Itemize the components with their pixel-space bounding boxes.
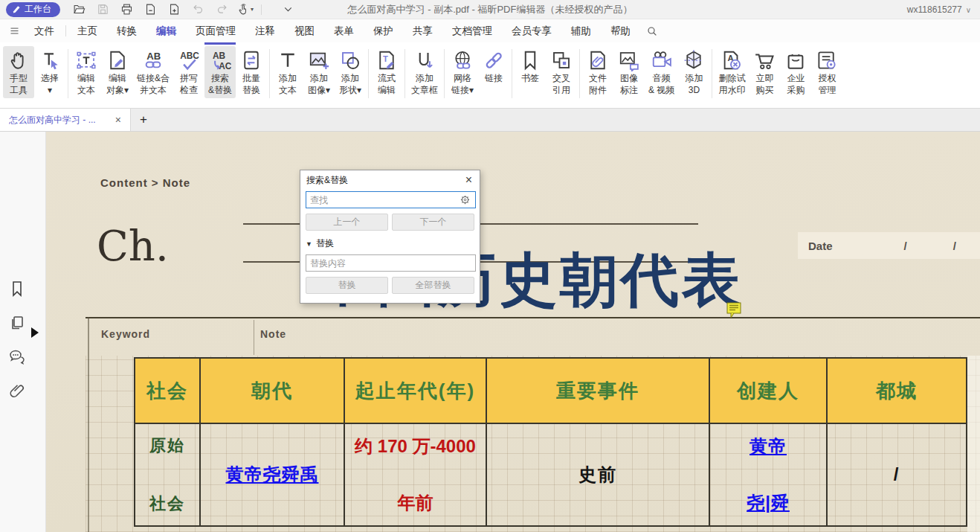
tab-close-icon[interactable]: × <box>112 114 124 126</box>
hamburger-icon[interactable] <box>9 25 20 36</box>
tool-label: 拼写 检查 <box>180 73 198 96</box>
document-tab-label: 怎么面对高中学习 - ... <box>9 114 112 126</box>
menu-item-7[interactable]: 表单 <box>324 19 364 42</box>
tool-label: 立即 购买 <box>755 73 773 96</box>
link-merge-text-button[interactable]: AB链接&合 并文本 <box>133 46 173 98</box>
table-text: / <box>894 464 900 485</box>
edit-object-icon <box>106 49 129 71</box>
enterprise-purchase-button[interactable]: 企业 采购 <box>780 46 811 98</box>
spell-check-button[interactable]: ABC拼写 检查 <box>173 46 204 98</box>
web-link-button[interactable]: 网络 链接▾ <box>447 46 478 98</box>
replace-all-button[interactable]: 全部替换 <box>392 277 474 294</box>
menu-item-9[interactable]: 共享 <box>403 19 442 42</box>
batch-replace-button[interactable]: 批量 替换 <box>236 46 267 98</box>
license-icon <box>816 49 838 71</box>
flow-edit-button[interactable]: T流式 编辑 <box>371 46 402 98</box>
add-text-button[interactable]: 添加 文本 <box>272 46 303 98</box>
add-shape-button[interactable]: 添加 形状▾ <box>335 46 366 98</box>
remove-watermark-button[interactable]: A删除试 用水印 <box>715 46 749 98</box>
menu-item-1[interactable]: 主页 <box>68 19 107 42</box>
edit-object-button[interactable]: 编辑 对象▾ <box>102 46 133 98</box>
menu-separator <box>65 25 66 36</box>
sidebar-attachments-button[interactable] <box>8 382 26 400</box>
replace-section-toggle[interactable]: ▼ 替换 <box>306 237 474 250</box>
date-label: Date <box>808 240 833 252</box>
add-page-button[interactable] <box>166 2 182 17</box>
search-replace-button[interactable]: ABAC搜索 &替换 <box>204 46 236 98</box>
sidebar-comments-button[interactable] <box>8 347 26 365</box>
add-article-box-button[interactable]: 添加 文章框 <box>407 46 442 98</box>
next-button[interactable]: 下一个 <box>392 214 474 231</box>
quick-access-toolbar: ▾ <box>71 2 296 17</box>
menu-item-6[interactable]: 视图 <box>285 19 324 42</box>
add-3d-icon <box>683 49 705 71</box>
menu-item-2[interactable]: 转换 <box>107 19 146 42</box>
file-attachment-button[interactable]: 文件 附件 <box>582 46 613 98</box>
print-icon <box>120 3 133 16</box>
replace-input[interactable] <box>306 254 476 272</box>
comments-icon <box>8 347 26 365</box>
menu-item-5[interactable]: 注释 <box>245 19 285 42</box>
page-margin-line <box>88 317 89 532</box>
table-link[interactable]: 黄帝 <box>749 435 787 458</box>
menu-item-11[interactable]: 会员专享 <box>502 19 561 42</box>
touch-mode-button[interactable]: ▾ <box>237 2 254 17</box>
previous-button[interactable]: 上一个 <box>306 214 388 231</box>
account-menu[interactable]: wx118615277 ∨ <box>907 0 971 19</box>
add-image-button[interactable]: 添加 图像▾ <box>303 46 335 98</box>
pages-icon <box>8 314 26 332</box>
add-text-icon <box>277 49 299 71</box>
toolbar-separator <box>444 49 445 98</box>
print-button[interactable] <box>118 2 135 17</box>
new-tab-button[interactable]: + <box>131 109 156 131</box>
table-link[interactable]: 黄帝尧舜禹 <box>226 463 319 487</box>
toolbar-separator <box>368 49 369 98</box>
delete-page-button[interactable] <box>142 2 158 17</box>
select-tool-button[interactable]: 选择 ▾ <box>34 46 65 98</box>
menu-item-8[interactable]: 保护 <box>364 19 403 42</box>
bookmark-icon <box>519 49 541 71</box>
menu-item-4[interactable]: 页面管理 <box>186 19 245 42</box>
edit-text-button[interactable]: 编辑 文本 <box>71 46 102 98</box>
document-tab[interactable]: 怎么面对高中学习 - ... × <box>0 109 131 131</box>
hand-tool-button[interactable]: 手型 工具 <box>3 46 34 98</box>
cross-reference-button[interactable]: 交叉 引用 <box>546 46 577 98</box>
workbench-pen-icon <box>12 4 22 14</box>
buy-now-button[interactable]: 立即 购买 <box>749 46 780 98</box>
find-input[interactable] <box>306 191 476 208</box>
tool-label: 添加 图像▾ <box>308 73 330 96</box>
replace-section-label: 替换 <box>316 237 334 250</box>
table-body-row: 原始社会黄帝尧舜禹约 170 万-4000年前史前黄帝尧|舜/ <box>135 423 966 525</box>
add-3d-button[interactable]: 添加 3D <box>678 46 709 98</box>
audio-video-button[interactable]: 音频 & 视频 <box>645 46 678 98</box>
delete-page-icon <box>144 3 157 16</box>
menu-item-0[interactable]: 文件 <box>25 19 64 42</box>
license-manage-button[interactable]: 授权 管理 <box>811 46 842 98</box>
dialog-header[interactable]: 搜索&替换 × <box>300 170 480 190</box>
open-file-button[interactable] <box>71 2 87 17</box>
tool-label: 企业 采购 <box>787 73 805 96</box>
search-settings-gear-icon[interactable] <box>460 194 471 205</box>
table-link[interactable]: 尧|舜 <box>747 491 790 515</box>
sidebar-bookmarks-button[interactable] <box>8 280 26 298</box>
menu-item-12[interactable]: 辅助 <box>561 19 601 42</box>
menu-item-10[interactable]: 文档管理 <box>442 19 502 42</box>
web-link-icon <box>451 49 474 71</box>
menu-bar: 文件主页转换编辑页面管理注释视图表单保护共享文档管理会员专享辅助帮助 <box>0 19 980 42</box>
menu-item-13[interactable]: 帮助 <box>601 19 640 42</box>
sticky-note-annotation-icon[interactable] <box>726 302 741 318</box>
expand-panel-handle[interactable] <box>30 327 40 339</box>
collapse-toolbar-button[interactable] <box>280 2 296 17</box>
redo-button <box>213 2 230 17</box>
redo-icon <box>216 3 228 16</box>
dialog-close-icon[interactable]: × <box>464 174 474 186</box>
menu-search-icon[interactable] <box>646 25 658 37</box>
sidebar-pages-button[interactable] <box>8 314 26 332</box>
link-button[interactable]: 链接 <box>478 46 509 87</box>
menu-item-3[interactable]: 编辑 <box>146 19 186 42</box>
image-callout-button[interactable]: 图像 标注 <box>613 46 645 98</box>
workbench-button[interactable]: 工作台 <box>6 2 60 17</box>
section-divider-line <box>86 317 980 318</box>
replace-button[interactable]: 替换 <box>306 277 388 294</box>
bookmark-button[interactable]: 书签 <box>515 46 546 87</box>
